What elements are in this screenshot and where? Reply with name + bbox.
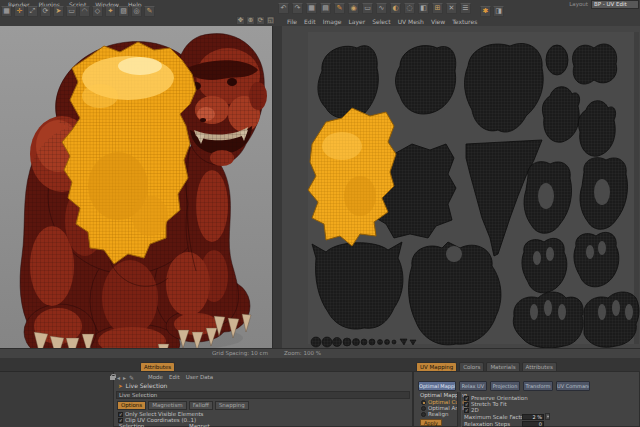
fill-tool-icon[interactable]: ▨ [118,6,129,17]
field-label-relax-steps: Relaxation Steps [464,421,510,427]
live-selection-icon[interactable]: ➤ [53,6,64,17]
eraser-icon[interactable]: ▭ [362,3,373,14]
texture-layers-icon[interactable]: ▤ [320,3,331,14]
attribute-manager: ◂ ▸ ✎ Mode Edit User Data ➤ Live Selecti… [113,371,413,427]
tab-materials[interactable]: Materials [486,362,519,371]
pan-view-icon[interactable]: ✥ [236,16,245,25]
radio-realign[interactable]: Realign [421,411,448,417]
polygon-selection-icon[interactable]: ◇ [92,6,103,17]
checker-texture-icon[interactable]: ▦ [306,3,317,14]
layout-dropdown[interactable]: BP - UV Edit [591,0,639,9]
live-selection-tool-icon: ➤ [118,383,123,389]
magnet-group-title: Magnet [189,423,210,427]
rotate-tool-icon[interactable]: ⟳ [40,6,51,17]
tab-magnetism[interactable]: Magnetism [148,401,186,410]
checkbox-icon[interactable] [118,418,123,423]
undo-icon[interactable]: ↶ [278,3,289,14]
checkbox-icon[interactable] [464,396,469,401]
rotate-view-icon[interactable]: ⟳ [256,16,265,25]
mirror-icon[interactable]: ◧ [418,3,429,14]
button-uv-commands[interactable]: UV Commands [556,381,590,391]
button-optimal-mapping[interactable]: Optimal Mapping [418,381,456,391]
spinner-max-scale[interactable] [545,413,550,420]
redo-icon[interactable]: ↷ [292,3,303,14]
checkbox-2d[interactable]: 2D [464,407,479,413]
pencil-icon[interactable]: ✎ [334,3,345,14]
grid-snap-icon[interactable]: ⊞ [432,3,443,14]
menu-user-data[interactable]: User Data [186,374,213,381]
radio-icon[interactable] [421,412,426,417]
tab-attributes[interactable]: Attributes [140,362,175,371]
menu-edit[interactable]: Edit [304,17,316,26]
viewport-nav-icons: ✥ ⊕ ⟳ ◱ [236,16,275,25]
texture-menubar: File Edit Image Layer Select UV Mesh Vie… [287,17,477,26]
tool-section-bar[interactable]: Live Selection [116,391,410,399]
forward-arrow-icon[interactable]: ▸ [123,374,126,381]
dodge-icon[interactable]: ◐ [390,3,401,14]
radio-label: Realign [428,411,448,417]
delete-icon[interactable]: ✕ [446,3,457,14]
toggle-view-icon[interactable]: ◱ [266,16,275,25]
back-arrow-icon[interactable]: ◂ [117,374,120,381]
selection-group-title: Selection [119,423,144,427]
rectangle-selection-icon[interactable]: ▭ [66,6,77,17]
field-relax-steps-input[interactable]: 0 [522,421,544,427]
application-window: Render Plugins Script Window Help Layout… [0,0,640,427]
3d-viewport[interactable] [0,26,272,348]
menu-layer[interactable]: Layer [348,17,365,26]
checkbox-icon[interactable] [118,412,123,417]
move-tool-icon[interactable]: ✛ [14,6,25,17]
clone-stamp-icon[interactable]: ◉ [348,3,359,14]
paint-brush-icon[interactable]: ✎ [144,6,155,17]
attribute-menubar: Mode Edit User Data [148,374,213,381]
pin-icon[interactable]: ✎ [129,374,134,381]
smudge-icon[interactable]: ∿ [376,3,387,14]
tab-colors[interactable]: Colors [459,362,484,371]
menu-edit-attr[interactable]: Edit [169,374,180,381]
button-transform[interactable]: Transform [523,381,553,391]
lock-icon[interactable] [110,374,115,380]
material-icon[interactable]: ◨ [493,6,504,17]
menu-select[interactable]: Select [372,17,391,26]
eyedropper-icon[interactable]: ◎ [131,6,142,17]
attribute-header-icons: ◂ ▸ ✎ [117,374,134,381]
menu-uv-mesh[interactable]: UV Mesh [398,17,424,26]
radio-icon[interactable] [421,400,426,405]
radio-icon[interactable] [421,406,426,411]
tab-attributes-right[interactable]: Attributes [522,362,557,371]
active-tool-name: Live Selection [126,382,168,389]
button-projection[interactable]: Projection [490,381,520,391]
field-max-scale-input[interactable]: 2 % [522,414,544,420]
button-relax-uv[interactable]: Relax UV [459,381,487,391]
character-model [0,26,272,348]
layout-grid-icon[interactable]: ▦ [1,6,12,17]
scale-tool-icon[interactable]: ⤢ [27,6,38,17]
right-toolbar: ✱ ◨ [480,6,504,17]
panel-divider[interactable] [457,392,462,427]
tab-snapping[interactable]: Snapping [215,401,249,410]
uv-editor-canvas[interactable] [282,26,640,348]
menu-image[interactable]: Image [323,17,342,26]
menu-view[interactable]: View [431,17,445,26]
tab-uv-mapping[interactable]: UV Mapping [416,362,457,371]
grid-spacing-status: Grid Spacing: 10 cm [0,349,268,358]
zoom-view-icon[interactable]: ⊕ [246,16,255,25]
menu-textures[interactable]: Textures [452,17,477,26]
menu-file[interactable]: File [287,17,297,26]
checkbox-icon[interactable] [464,402,469,407]
checkbox-label: 2D [471,407,479,413]
magnify-icon[interactable]: ◌ [404,3,415,14]
apply-button[interactable]: Apply [420,419,442,426]
layer-list-icon[interactable]: ☰ [460,3,471,14]
checkbox-icon[interactable] [464,408,469,413]
uv-mode-buttons: Optimal Mapping Relax UV Projection Tran… [418,381,590,391]
left-toolbar: ▦ ✛ ⤢ ⟳ ➤ ▭ ◠ ◇ ✦ ▨ ◎ ✎ [1,6,155,17]
tab-falloff[interactable]: Falloff [189,401,213,410]
bottom-dock: Attributes UV Mapping Colors Materials A… [0,358,640,427]
active-tool-row: ➤ Live Selection [118,382,167,389]
magic-wand-icon[interactable]: ✦ [105,6,116,17]
paint-wizard-icon[interactable]: ✱ [480,6,491,17]
tab-options[interactable]: Options [117,401,146,410]
lasso-selection-icon[interactable]: ◠ [79,6,90,17]
menu-mode[interactable]: Mode [148,374,163,381]
